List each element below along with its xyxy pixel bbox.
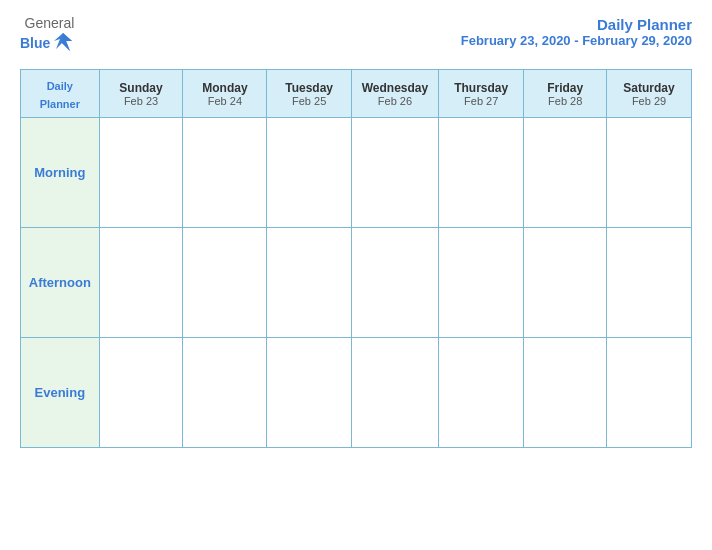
morning-row: Morning (21, 117, 692, 227)
page: General Blue Daily Planner February 23, … (0, 0, 712, 550)
logo-general: General (25, 16, 75, 31)
corner-label: Daily Planner (40, 80, 80, 110)
evening-sun[interactable] (99, 337, 183, 447)
col-header-wed: Wednesday Feb 26 (351, 69, 438, 117)
svg-marker-1 (62, 33, 72, 51)
evening-tue[interactable] (267, 337, 351, 447)
evening-row: Evening (21, 337, 692, 447)
evening-label: Evening (21, 337, 100, 447)
planner-subtitle: February 23, 2020 - February 29, 2020 (461, 33, 692, 48)
header-row: Daily Planner Sunday Feb 23 Monday Feb 2… (21, 69, 692, 117)
planner-title: Daily Planner (461, 16, 692, 33)
afternoon-sun[interactable] (99, 227, 183, 337)
morning-label: Morning (21, 117, 100, 227)
title-block: Daily Planner February 23, 2020 - Februa… (461, 16, 692, 48)
col-header-sat: Saturday Feb 29 (607, 69, 692, 117)
corner-header: Daily Planner (21, 69, 100, 117)
afternoon-mon[interactable] (183, 227, 267, 337)
afternoon-sat[interactable] (607, 227, 692, 337)
col-header-sun: Sunday Feb 23 (99, 69, 183, 117)
col-header-thu: Thursday Feb 27 (439, 69, 524, 117)
afternoon-fri[interactable] (524, 227, 607, 337)
morning-sun[interactable] (99, 117, 183, 227)
logo-bird-icon (52, 31, 74, 57)
logo: General Blue (20, 16, 74, 57)
morning-wed[interactable] (351, 117, 438, 227)
afternoon-row: Afternoon (21, 227, 692, 337)
morning-sat[interactable] (607, 117, 692, 227)
header: General Blue Daily Planner February 23, … (20, 16, 692, 57)
logo-blue: Blue (20, 36, 50, 51)
morning-tue[interactable] (267, 117, 351, 227)
col-header-tue: Tuesday Feb 25 (267, 69, 351, 117)
col-header-fri: Friday Feb 28 (524, 69, 607, 117)
evening-wed[interactable] (351, 337, 438, 447)
planner-table: Daily Planner Sunday Feb 23 Monday Feb 2… (20, 69, 692, 448)
evening-thu[interactable] (439, 337, 524, 447)
afternoon-thu[interactable] (439, 227, 524, 337)
afternoon-label: Afternoon (21, 227, 100, 337)
morning-thu[interactable] (439, 117, 524, 227)
afternoon-tue[interactable] (267, 227, 351, 337)
evening-fri[interactable] (524, 337, 607, 447)
morning-fri[interactable] (524, 117, 607, 227)
col-header-mon: Monday Feb 24 (183, 69, 267, 117)
morning-mon[interactable] (183, 117, 267, 227)
evening-mon[interactable] (183, 337, 267, 447)
evening-sat[interactable] (607, 337, 692, 447)
afternoon-wed[interactable] (351, 227, 438, 337)
